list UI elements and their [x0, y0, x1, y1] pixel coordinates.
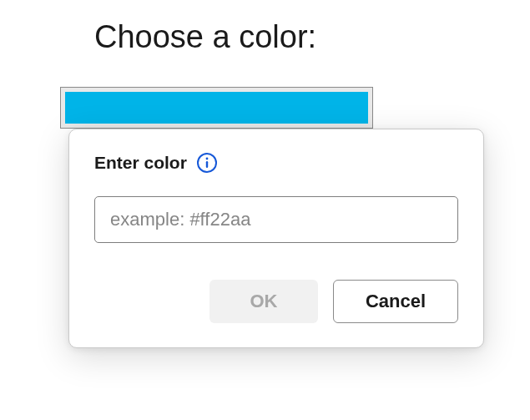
color-swatch[interactable]: [60, 87, 373, 129]
svg-point-0: [205, 158, 208, 160]
dialog-header: Enter color: [94, 153, 458, 173]
svg-rect-1: [206, 161, 208, 168]
dialog-button-row: OK Cancel: [94, 280, 458, 323]
cancel-button[interactable]: Cancel: [333, 280, 458, 323]
dialog-title: Enter color: [94, 153, 187, 173]
color-input[interactable]: [94, 196, 458, 243]
info-icon[interactable]: [197, 153, 217, 173]
color-swatch-fill: [65, 92, 368, 124]
page-title: Choose a color:: [94, 19, 316, 55]
ok-button[interactable]: OK: [209, 280, 318, 323]
color-dialog: Enter color OK Cancel: [68, 129, 484, 348]
